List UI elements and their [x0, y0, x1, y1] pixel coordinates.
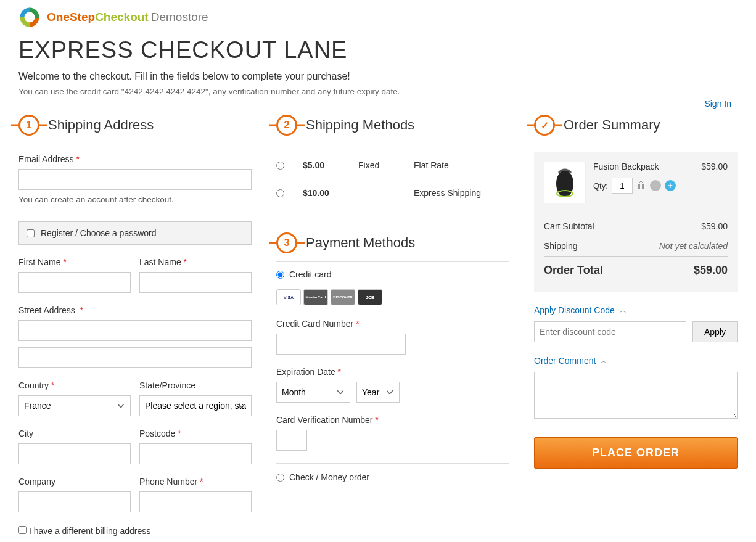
register-toggle[interactable]: Register / Choose a password — [18, 221, 252, 245]
street-label: Street Address * — [18, 305, 252, 315]
payment-credit-card[interactable]: Credit card — [276, 269, 509, 279]
order-comment-field[interactable] — [534, 372, 738, 419]
comment-toggle[interactable]: Order Comment ︿ — [534, 356, 738, 366]
ccnumber-field[interactable] — [276, 334, 406, 355]
phone-field[interactable] — [139, 491, 252, 512]
ship-radio-express[interactable] — [276, 189, 284, 197]
welcome-text: Welcome to the checkout. Fill in the fie… — [18, 71, 738, 82]
country-select[interactable]: France — [18, 395, 131, 416]
place-order-button[interactable]: PLACE ORDER — [534, 437, 738, 469]
step-title-shipping-address: Shipping Address — [48, 117, 154, 133]
ccnumber-label: Credit Card Number * — [276, 319, 509, 329]
step-title-order-summary: Order Summary — [564, 117, 660, 133]
shipping-method-flat[interactable]: $5.00 Fixed Flat Rate — [276, 152, 509, 179]
expdate-label: Expiration Date * — [276, 367, 509, 377]
item-price: $59.00 — [701, 162, 728, 171]
logo-text-1: OneStep — [47, 10, 95, 23]
item-name: Fusion Backpack — [593, 162, 694, 171]
discover-icon: DISCOVER — [331, 289, 355, 305]
step-number-check: ✓ — [534, 115, 555, 136]
chevron-up-icon: ︿ — [601, 356, 607, 366]
hint-text: You can use the credit card "4242 4242 4… — [18, 87, 738, 96]
page-title: EXPRESS CHECKOUT LANE — [18, 37, 738, 64]
step-title-payment-methods: Payment Methods — [306, 235, 415, 251]
shipping-method-express[interactable]: $10.00 Express Shipping — [276, 179, 509, 207]
cvv-field[interactable] — [276, 430, 307, 451]
exp-year-select[interactable]: Year — [356, 382, 400, 403]
email-subtext: You can create an account after checkout… — [18, 195, 252, 204]
lastname-label: Last Name * — [139, 257, 252, 267]
qty-label: Qty: — [593, 181, 608, 191]
city-label: City — [18, 429, 131, 438]
pay-radio-creditcard[interactable] — [276, 271, 284, 279]
plus-icon[interactable]: + — [665, 180, 676, 191]
exp-month-select[interactable]: Month — [276, 382, 350, 403]
pay-radio-check[interactable] — [276, 474, 284, 482]
step-number-1: 1 — [18, 115, 39, 136]
billing-diff-checkbox[interactable] — [18, 526, 27, 534]
subtotal-value: $59.00 — [701, 221, 728, 231]
step-title-shipping-methods: Shipping Methods — [306, 117, 414, 133]
shipping-label: Shipping — [544, 241, 578, 251]
step-order-summary: ✓ Order Summary — [534, 115, 738, 136]
firstname-field[interactable] — [18, 272, 131, 293]
step-payment-methods: 3 Payment Methods — [276, 232, 509, 253]
order-total-value: $59.00 — [694, 264, 728, 277]
apply-discount-button[interactable]: Apply — [692, 321, 738, 342]
postcode-label: Postcode * — [139, 429, 252, 438]
card-logos: VISA MasterCard DISCOVER JCB — [276, 289, 509, 305]
item-image — [544, 162, 586, 203]
mastercard-icon: MasterCard — [303, 289, 328, 305]
site-logo: OneStepCheckoutDemostore — [18, 6, 738, 28]
street2-field[interactable] — [18, 347, 252, 368]
state-select[interactable]: Please select a region, state or provinc… — [139, 395, 252, 416]
minus-icon[interactable]: − — [650, 180, 661, 191]
billing-diff-toggle[interactable]: I have a different billing address — [18, 526, 150, 536]
email-label: Email Address * — [18, 154, 252, 164]
payment-check-money[interactable]: Check / Money order — [276, 472, 509, 482]
street1-field[interactable] — [18, 320, 252, 341]
discount-input[interactable] — [534, 321, 686, 342]
signin-link[interactable]: Sign In — [704, 99, 731, 109]
shipping-value: Not yet calculated — [659, 241, 728, 251]
logo-icon — [18, 6, 41, 28]
cart-item: Fusion Backpack Qty: 🗑 − + $59.00 — [544, 162, 728, 203]
logo-text-2: Checkout — [95, 10, 149, 23]
chevron-up-icon: ︿ — [620, 306, 627, 315]
svg-point-4 — [556, 170, 573, 197]
qty-input[interactable] — [612, 178, 633, 194]
cvv-label: Card Verification Number * — [276, 415, 509, 425]
logo-text-3: Demostore — [151, 10, 208, 23]
trash-icon[interactable]: 🗑 — [636, 180, 646, 191]
company-field[interactable] — [18, 491, 131, 512]
step-number-2: 2 — [276, 115, 297, 136]
visa-icon: VISA — [276, 289, 301, 305]
jcb-icon: JCB — [358, 289, 382, 305]
step-shipping-address: 1 Shipping Address — [18, 115, 252, 136]
email-field[interactable] — [18, 169, 252, 190]
lastname-field[interactable] — [139, 272, 252, 293]
state-label: State/Province — [139, 380, 252, 390]
register-checkbox[interactable] — [27, 229, 35, 237]
city-field[interactable] — [18, 443, 131, 464]
phone-label: Phone Number * — [139, 477, 252, 487]
discount-toggle[interactable]: Apply Discount Code ︿ — [534, 305, 738, 315]
firstname-label: First Name * — [18, 257, 131, 267]
country-label: Country * — [18, 380, 131, 390]
step-number-3: 3 — [276, 232, 297, 253]
postcode-field[interactable] — [139, 443, 252, 464]
order-total-label: Order Total — [544, 264, 603, 277]
register-label: Register / Choose a password — [41, 228, 157, 238]
ship-radio-flat[interactable] — [276, 162, 284, 170]
subtotal-label: Cart Subtotal — [544, 221, 594, 231]
company-label: Company — [18, 477, 131, 487]
step-shipping-methods: 2 Shipping Methods — [276, 115, 509, 136]
